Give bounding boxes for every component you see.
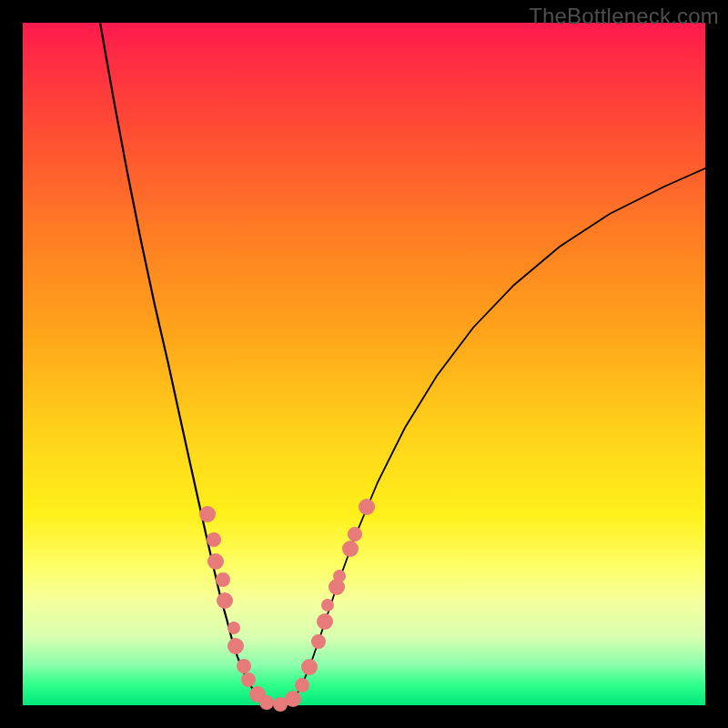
data-marker [207, 532, 221, 547]
data-marker [321, 599, 334, 612]
data-marker [359, 499, 375, 515]
data-marker [217, 592, 233, 609]
data-marker [216, 572, 230, 587]
data-marker [333, 570, 346, 582]
chart-frame: TheBottleneck.com [0, 0, 728, 728]
data-marker [228, 638, 244, 654]
data-marker [285, 691, 301, 707]
chart-plot-area [23, 23, 705, 705]
data-marker [207, 553, 224, 570]
data-marker [342, 541, 359, 557]
data-marker [301, 659, 318, 675]
curve-right-branch [296, 168, 705, 696]
data-marker [317, 613, 333, 630]
data-marker [237, 659, 251, 673]
watermark-text: TheBottleneck.com [529, 4, 719, 29]
data-marker [295, 678, 309, 693]
data-markers [199, 499, 375, 712]
data-marker [228, 622, 240, 634]
data-marker [199, 506, 216, 522]
data-marker [241, 672, 256, 687]
data-marker [311, 634, 326, 649]
chart-svg [23, 23, 705, 705]
data-marker [348, 527, 362, 541]
curve-left-branch [100, 23, 258, 696]
data-marker [259, 695, 274, 710]
